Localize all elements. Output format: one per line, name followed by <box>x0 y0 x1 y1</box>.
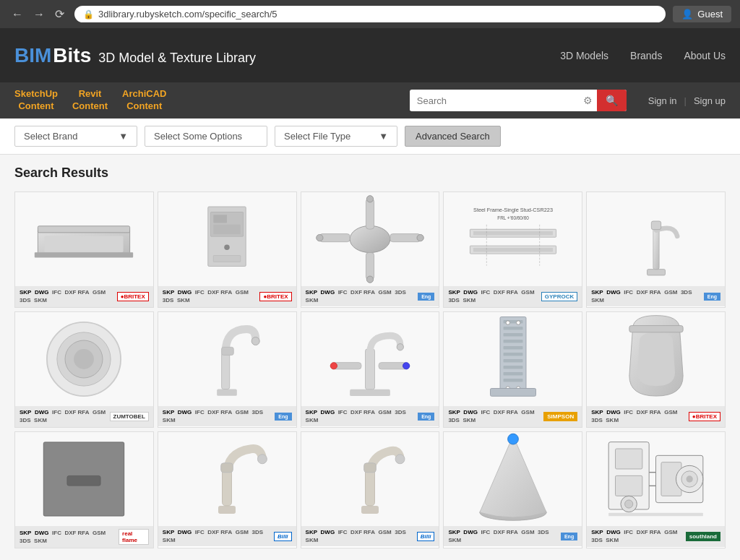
svg-rect-71 <box>364 463 377 473</box>
svg-rect-6 <box>213 215 227 223</box>
svg-rect-52 <box>503 359 522 363</box>
file-tag: SKM <box>306 537 319 543</box>
file-tag: RFA <box>650 409 661 416</box>
file-tags: SKP DWG IFC DXF RFA GSM 3DS SKM <box>448 529 561 543</box>
filetype-filter[interactable]: Select File Type ▼ <box>275 126 397 147</box>
brand-badge: Billi <box>417 532 435 541</box>
revit-content-link[interactable]: RevitContent <box>72 88 108 113</box>
svg-rect-2 <box>45 236 124 252</box>
signin-link[interactable]: Sign in <box>648 95 677 106</box>
url-text: 3dlibrary.rubysketch.com/specific_search… <box>98 9 657 20</box>
file-tag: DWG <box>321 529 335 536</box>
result-card[interactable]: SKP DWG IFC DXF RFA GSM 3DS SKM ZUMTOBEL <box>14 311 154 428</box>
svg-rect-28 <box>653 227 658 269</box>
svg-rect-67 <box>221 463 233 473</box>
result-card[interactable]: SKP DWG IFC DXF RFA GSM 3DS SKM SIMPSON <box>443 311 582 428</box>
brand-filter[interactable]: Select Brand ▼ <box>14 126 137 147</box>
brand-badge: SIMPSON <box>543 412 577 421</box>
file-tags: SKP DWG IFC DXF RFA GSM 3DS SKM <box>20 409 110 424</box>
result-card[interactable]: SKP DWG IFC DXF RFA GSM 3DS SKM Billi <box>158 431 297 548</box>
file-tag: DWG <box>463 409 478 416</box>
file-tag: RFA <box>77 289 89 296</box>
result-card[interactable]: SKP DWG IFC DXF RFA GSM 3DS SKM southlan… <box>586 431 726 548</box>
svg-point-43 <box>403 363 409 369</box>
svg-rect-13 <box>366 199 374 229</box>
archicad-content-link[interactable]: ArchiCADContent <box>122 88 166 113</box>
nav-3d-models[interactable]: 3D Models <box>560 50 608 61</box>
card-footer: SKP DWG IFC DXF RFA GSM 3DS SKM Eng <box>301 406 439 426</box>
search-button[interactable]: 🔍 <box>597 90 627 111</box>
result-card[interactable]: SKP DWG IFC DXF RFA GSM 3DS SKM ●BRITEX <box>586 311 726 428</box>
file-tag: RFA <box>507 529 518 536</box>
filter-bar: Select Brand ▼ Select Some Options Selec… <box>0 119 740 155</box>
result-card[interactable]: SKP DWG IFC DXF RFA GSM 3DS SKM ●BRITEX <box>158 191 297 308</box>
card-image <box>301 432 439 526</box>
search-input[interactable] <box>410 91 579 111</box>
result-card[interactable]: SKP DWG IFC DXF RFA GSM 3DS SKM Billi <box>301 431 440 548</box>
file-tag: IFC <box>481 289 490 296</box>
forward-button[interactable]: → <box>30 7 48 22</box>
logo-tagline: 3D Model & Texture Library <box>98 51 256 66</box>
search-bar: ⚙ 🔍 <box>410 90 627 111</box>
advanced-search-button[interactable]: Advanced Search <box>405 126 501 147</box>
file-tag: IFC <box>481 529 490 536</box>
file-tag: IFC <box>624 289 633 296</box>
options-filter-label: Select Some Options <box>154 131 242 142</box>
sketchup-content-link[interactable]: SketchUpContent <box>14 88 58 113</box>
result-card[interactable]: SKP DWG IFC DXF RFA GSM 3DS SKM Eng <box>586 191 726 308</box>
svg-point-56 <box>506 321 509 324</box>
nav-about-us[interactable]: About Us <box>684 50 726 61</box>
address-bar[interactable]: 🔒 3dlibrary.rubysketch.com/specific_sear… <box>74 6 666 22</box>
svg-rect-54 <box>503 372 522 376</box>
file-tag: IFC <box>52 409 61 416</box>
brand-badge: Eng <box>561 533 577 540</box>
svg-point-66 <box>258 455 267 464</box>
file-tag: SKP <box>591 529 603 536</box>
svg-point-18 <box>366 276 373 283</box>
guest-button[interactable]: 👤 Guest <box>673 6 731 22</box>
result-card[interactable]: SKP DWG IFC DXF RFA GSM 3DS SKM Eng <box>158 311 297 428</box>
site-logo[interactable]: BIM Bits 3D Model & Texture Library <box>14 44 256 67</box>
svg-point-8 <box>224 245 230 251</box>
brand-badge: Billi <box>274 532 292 541</box>
file-tag: IFC <box>195 289 205 296</box>
signup-link[interactable]: Sign up <box>694 95 726 106</box>
svg-point-73 <box>507 434 518 444</box>
card-footer: SKP DWG IFC DXF RFA GSM 3DS SKM Eng <box>587 286 725 306</box>
result-card[interactable]: SKP DWG IFC DXF RFA GSM 3DS SKM ●BRITEX <box>14 191 154 308</box>
file-tag: DXF <box>494 529 505 536</box>
result-card[interactable]: SKP DWG IFC DXF RFA GSM 3DS SKM Eng <box>301 311 440 428</box>
file-tag: SKP <box>163 409 174 416</box>
card-image <box>587 192 725 286</box>
file-tag: DWG <box>35 289 49 296</box>
result-card[interactable]: Steel Frame-Single Stud-CSR223 FRL +'60/… <box>443 191 582 308</box>
card-footer: SKP DWG IFC DXF RFA GSM 3DS SKM SIMPSON <box>444 406 582 427</box>
result-card[interactable]: SKP DWG IFC DXF RFA GSM 3DS SKM real fla… <box>14 431 154 548</box>
file-tag: 3DS <box>252 409 264 416</box>
file-tags: SKP DWG IFC DXF RFA GSM 3DS SKM <box>20 289 117 304</box>
file-tag: IFC <box>338 529 348 536</box>
auth-links: Sign in | Sign up <box>648 95 726 106</box>
browser-bar: ← → ⟳ 🔒 3dlibrary.rubysketch.com/specifi… <box>0 0 740 28</box>
search-settings-icon[interactable]: ⚙ <box>579 90 597 111</box>
back-button[interactable]: ← <box>9 7 26 22</box>
file-tag: DWG <box>463 289 478 296</box>
result-card[interactable]: SKP DWG IFC DXF RFA GSM 3DS SKM Eng <box>443 431 582 548</box>
file-tag: GSM <box>236 409 249 416</box>
options-filter[interactable]: Select Some Options <box>145 126 267 147</box>
file-tags: SKP DWG IFC DXF RFA GSM 3DS SKM <box>591 409 689 424</box>
card-image <box>587 432 725 526</box>
card-image <box>301 312 439 406</box>
reload-button[interactable]: ⟳ <box>52 6 67 22</box>
file-tag: DWG <box>178 529 192 536</box>
card-footer: SKP DWG IFC DXF RFA GSM 3DS SKM Billi <box>158 526 296 546</box>
svg-rect-1 <box>38 226 130 233</box>
file-tag: RFA <box>363 529 375 536</box>
file-tag: DWG <box>35 530 49 537</box>
svg-rect-38 <box>350 389 390 396</box>
nav-brands[interactable]: Brands <box>630 50 662 61</box>
file-tag: RFA <box>507 409 518 416</box>
result-card[interactable]: SKP DWG IFC DXF RFA GSM 3DS SKM Eng <box>301 191 440 308</box>
logo-bits: Bits <box>53 44 91 67</box>
file-tags: SKP DWG IFC DXF RFA GSM 3DS SKM <box>163 529 274 543</box>
